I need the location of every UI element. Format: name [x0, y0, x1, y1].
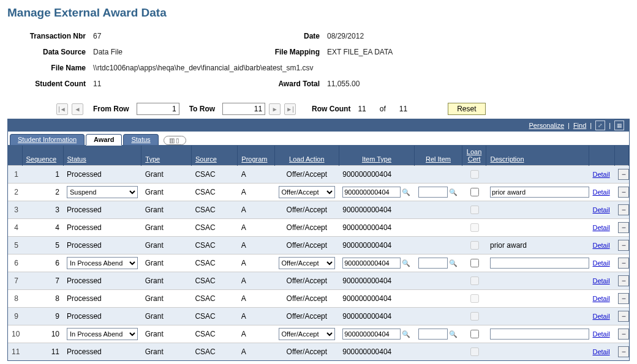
lookup-icon[interactable]: 🔍 [448, 258, 458, 268]
cell-rownum: 11 [8, 343, 22, 361]
rel-item-input[interactable] [418, 258, 448, 269]
tab-student-information[interactable]: Student Information [10, 134, 85, 145]
delete-row-button[interactable]: − [618, 204, 628, 215]
personalize-link[interactable]: Personalize [529, 122, 564, 129]
find-link[interactable]: Find [573, 122, 586, 129]
detail-link[interactable]: Detail [593, 224, 610, 231]
cell-item-type: 900000000404 [339, 343, 415, 361]
reset-button[interactable]: Reset [448, 103, 485, 115]
table-row: 1111ProcessedGrantCSACAOffer/Accept90000… [8, 343, 629, 361]
detail-link[interactable]: Detail [593, 188, 610, 196]
loan-cert-checkbox [470, 223, 479, 232]
cell-sequence: 2 [22, 184, 63, 201]
cell-detail: Detail [589, 254, 615, 272]
delete-row-button[interactable]: − [618, 240, 628, 251]
item-type-input[interactable] [342, 187, 401, 198]
detail-link[interactable]: Detail [593, 206, 610, 214]
first-page-icon[interactable]: |◄ [56, 103, 68, 115]
description-input[interactable] [490, 258, 589, 269]
grid-toolbar: Personalize | Find | ⤢ | ▦ [8, 119, 629, 132]
delete-row-button[interactable]: − [618, 346, 628, 357]
cell-rownum: 4 [8, 219, 22, 237]
table-row: 33ProcessedGrantCSACAOffer/Accept9000000… [8, 201, 629, 219]
col-rel-item[interactable]: Rel Item [415, 146, 462, 166]
description-input[interactable] [490, 329, 589, 340]
loan-cert-checkbox[interactable] [470, 188, 479, 196]
lookup-icon[interactable]: 🔍 [401, 187, 411, 197]
loan-cert-checkbox[interactable] [470, 259, 479, 267]
cell-status: ProcessedSuspendIn Process Abend [63, 325, 141, 343]
load-action-select[interactable]: Offer/Accept [279, 328, 336, 340]
cell-type: Grant [141, 166, 192, 184]
delete-row-button[interactable]: − [618, 275, 628, 286]
label-data-source: Data Source [18, 48, 93, 56]
detail-link[interactable]: Detail [593, 348, 610, 355]
tab-award[interactable]: Award [86, 134, 122, 146]
delete-row-button[interactable]: − [618, 169, 628, 180]
cell-delete: − [614, 219, 628, 237]
delete-row-button[interactable]: − [618, 311, 628, 322]
delete-row-button[interactable]: − [618, 258, 628, 269]
status-select[interactable]: ProcessedSuspendIn Process Abend [67, 257, 138, 269]
col-loan-cert[interactable]: Loan Cert [462, 146, 486, 166]
cell-program: A [238, 166, 275, 184]
delete-row-button[interactable]: − [618, 329, 628, 340]
show-all-columns-icon[interactable]: ▥▯ [164, 136, 186, 145]
delete-row-button[interactable]: − [618, 293, 628, 304]
load-action-select[interactable]: Offer/Accept [279, 186, 336, 198]
col-program[interactable]: Program [238, 146, 275, 166]
label-from-row: From Row [93, 105, 129, 113]
delete-row-button[interactable]: − [618, 187, 628, 198]
cell-rel-item [415, 166, 462, 184]
lookup-icon[interactable]: 🔍 [401, 258, 411, 268]
last-page-icon[interactable]: ►| [284, 103, 296, 115]
rel-item-input[interactable] [418, 329, 448, 340]
detail-link[interactable]: Detail [593, 259, 610, 267]
col-description[interactable]: Description [486, 146, 589, 166]
col-load-action[interactable]: Load Action [275, 146, 339, 166]
zoom-icon[interactable]: ⤢ [595, 121, 605, 130]
prev-page-icon[interactable]: ◄ [72, 103, 83, 115]
rel-item-input[interactable] [418, 187, 448, 198]
cell-status: Processed [63, 166, 141, 184]
col-sequence[interactable]: Sequence [22, 146, 63, 166]
cell-description [486, 201, 589, 219]
loan-cert-checkbox[interactable] [470, 330, 479, 338]
detail-link[interactable]: Detail [593, 313, 610, 320]
tab-status[interactable]: Status [123, 134, 158, 145]
detail-link[interactable]: Detail [593, 171, 610, 178]
cell-item-type: 🔍 [339, 325, 415, 343]
lookup-icon[interactable]: 🔍 [448, 187, 458, 197]
description-input[interactable] [490, 187, 589, 198]
load-action-select[interactable]: Offer/Accept [279, 257, 336, 269]
from-row-input[interactable] [137, 103, 179, 115]
item-type-input[interactable] [342, 329, 401, 340]
delete-row-button[interactable]: − [618, 222, 628, 233]
cell-status: Processed [63, 290, 141, 308]
next-page-icon[interactable]: ► [269, 103, 281, 115]
col-status[interactable]: Status [63, 146, 141, 166]
detail-link[interactable]: Detail [593, 295, 610, 302]
item-type-input[interactable] [342, 258, 401, 269]
detail-link[interactable]: Detail [593, 277, 610, 284]
cell-description [486, 272, 589, 290]
to-row-input[interactable] [222, 103, 265, 115]
download-icon[interactable]: ▦ [614, 121, 624, 130]
col-source[interactable]: Source [191, 146, 237, 166]
cell-detail: Detail [589, 343, 615, 361]
detail-link[interactable]: Detail [593, 330, 610, 338]
status-select[interactable]: ProcessedSuspendIn Process Abend [67, 186, 138, 198]
cell-source: CSAC [191, 184, 237, 201]
lookup-icon[interactable]: 🔍 [448, 329, 458, 339]
label-row-count: Row Count [312, 105, 350, 113]
cell-program: A [238, 254, 275, 272]
cell-item-type: 900000000404 [339, 290, 415, 308]
col-item-type[interactable]: Item Type [339, 146, 415, 166]
cell-load-action: Offer/Accept [275, 308, 339, 325]
lookup-icon[interactable]: 🔍 [401, 329, 411, 339]
cell-status: ProcessedSuspendIn Process Abend [63, 184, 141, 201]
col-type[interactable]: Type [141, 146, 192, 166]
cell-rownum: 6 [8, 254, 22, 272]
status-select[interactable]: ProcessedSuspendIn Process Abend [67, 328, 138, 340]
detail-link[interactable]: Detail [593, 242, 610, 249]
